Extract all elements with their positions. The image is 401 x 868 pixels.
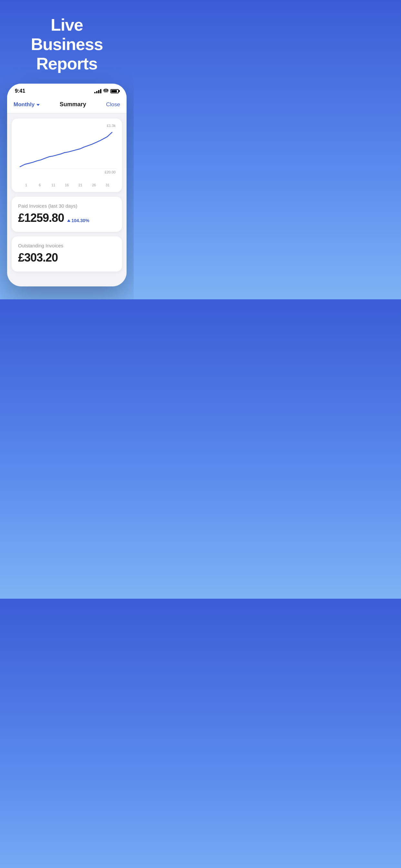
status-bar: 9:41 <box>7 84 127 97</box>
hero-title: Live Business Reports <box>0 0 134 84</box>
paid-invoices-badge: 104.30% <box>67 218 89 223</box>
x-label-11: 11 <box>47 183 60 187</box>
line-chart <box>17 124 117 175</box>
x-label-26: 26 <box>87 183 101 187</box>
chevron-down-icon <box>36 104 40 106</box>
outstanding-invoices-card: Outstanding Invoices £303.20 <box>11 237 122 272</box>
status-icons <box>94 89 119 94</box>
x-label-16: 16 <box>60 183 73 187</box>
battery-icon <box>111 89 119 93</box>
chart-card: £1.3k £20.00 1 6 11 16 21 26 31 <box>11 119 122 192</box>
navigation-bar: Monthly Summary Close <box>7 97 127 113</box>
x-label-31: 31 <box>101 183 114 187</box>
paid-invoices-value: £1259.80 <box>18 211 64 225</box>
status-time: 9:41 <box>15 88 25 94</box>
bottom-spacer <box>7 277 127 286</box>
content-area: £1.3k £20.00 1 6 11 16 21 26 31 <box>7 113 127 277</box>
paid-invoices-value-row: £1259.80 104.30% <box>18 211 116 225</box>
paid-invoices-card: Paid Invoices (last 30 days) £1259.80 10… <box>11 197 122 232</box>
monthly-label: Monthly <box>13 101 35 108</box>
chart-top-label: £1.3k <box>107 124 116 128</box>
page-title: Summary <box>60 101 86 108</box>
paid-invoices-label: Paid Invoices (last 30 days) <box>18 203 116 209</box>
badge-value: 104.30% <box>71 218 89 223</box>
phone-mockup: 9:41 Monthly <box>7 84 127 286</box>
monthly-dropdown[interactable]: Monthly <box>13 101 40 108</box>
x-label-21: 21 <box>73 183 87 187</box>
wifi-icon <box>103 89 109 94</box>
outstanding-invoices-value-row: £303.20 <box>18 251 116 265</box>
outstanding-invoices-value: £303.20 <box>18 251 58 265</box>
trend-up-icon <box>67 219 70 222</box>
x-label-6: 6 <box>33 183 47 187</box>
outstanding-invoices-label: Outstanding Invoices <box>18 243 116 248</box>
x-axis: 1 6 11 16 21 26 31 <box>17 182 117 187</box>
signal-icon <box>94 89 101 93</box>
x-label-1: 1 <box>19 183 33 187</box>
close-button[interactable]: Close <box>106 101 120 108</box>
chart-area: £1.3k £20.00 <box>17 124 117 182</box>
chart-bottom-label: £20.00 <box>104 170 116 174</box>
